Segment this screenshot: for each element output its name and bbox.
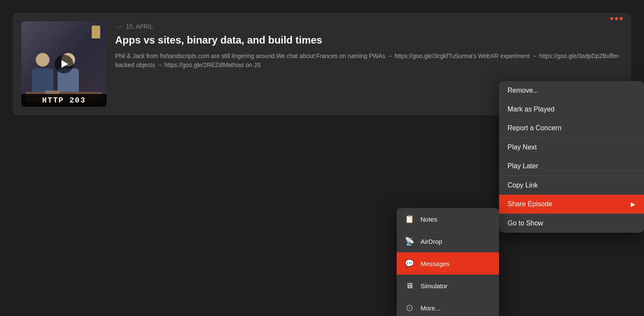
submenu-item-messages-label: Messages <box>421 260 450 267</box>
episode-title: Apps vs sites, binary data, and build ti… <box>115 33 623 47</box>
submenu-item-notes-label: Notes <box>421 216 437 223</box>
context-menu: Remove... Mark as Played Report a Concer… <box>499 81 644 233</box>
episode-info: ···· 15. APRIL Apps vs sites, binary dat… <box>115 21 623 70</box>
menu-item-report-concern-label: Report a Concern <box>508 124 561 132</box>
http-badge: HTTP 203 <box>21 94 107 107</box>
menu-section-2: Play Next Play Later <box>499 138 644 176</box>
menu-item-copy-link[interactable]: Copy Link <box>499 176 644 195</box>
menu-item-remove[interactable]: Remove... <box>499 81 644 100</box>
submenu-item-notes[interactable]: 📋 Notes <box>397 208 499 230</box>
menu-item-play-later-label: Play Later <box>508 162 538 170</box>
notes-icon: 📋 <box>403 213 415 225</box>
submenu-item-airdrop-label: AirDrop <box>421 238 442 245</box>
menu-item-report-concern[interactable]: Report a Concern <box>499 119 644 138</box>
messages-icon: 💬 <box>403 257 415 269</box>
more-icon: ⊙ <box>403 302 415 314</box>
date-text: 15. APRIL <box>126 23 153 30</box>
simulator-icon: 🖥 <box>403 280 415 292</box>
menu-section-3: Copy Link Share Episode ▶ <box>499 176 644 214</box>
dot1 <box>610 17 613 20</box>
play-button[interactable] <box>55 55 73 73</box>
submenu-item-messages[interactable]: 💬 Messages <box>397 252 499 275</box>
share-submenu: 📋 Notes 📡 AirDrop 💬 Messages 🖥 Simulator… <box>397 208 499 316</box>
submenu-item-airdrop[interactable]: 📡 AirDrop <box>397 230 499 252</box>
submenu-item-more-label: More... <box>421 304 441 312</box>
menu-item-go-to-show[interactable]: Go to Show <box>499 214 644 233</box>
menu-item-share-episode-label: Share Episode <box>508 200 552 208</box>
date-dots: ···· <box>115 23 124 30</box>
menu-item-mark-played[interactable]: Mark as Played <box>499 100 644 119</box>
menu-item-go-to-show-label: Go to Show <box>508 219 543 227</box>
more-button[interactable] <box>610 17 623 20</box>
submenu-item-simulator-label: Simulator <box>421 282 447 290</box>
episode-description: Phil & Jack from fishandscripts.com are … <box>115 52 623 70</box>
menu-section-1: Remove... Mark as Played Report a Concer… <box>499 81 644 138</box>
menu-item-play-later[interactable]: Play Later <box>499 157 644 176</box>
dot2 <box>615 17 618 20</box>
submenu-item-simulator[interactable]: 🖥 Simulator <box>397 275 499 297</box>
episode-thumbnail[interactable]: HTTP 203 <box>21 21 107 107</box>
menu-item-play-next[interactable]: Play Next <box>499 138 644 157</box>
menu-item-share-episode[interactable]: Share Episode ▶ <box>499 195 644 214</box>
submenu-item-more[interactable]: ⊙ More... <box>397 297 499 316</box>
airdrop-icon: 📡 <box>403 235 415 247</box>
submenu-arrow-icon: ▶ <box>631 201 635 208</box>
menu-item-remove-label: Remove... <box>508 87 539 94</box>
menu-item-mark-played-label: Mark as Played <box>508 105 554 113</box>
episode-date: ···· 15. APRIL <box>115 23 623 30</box>
dot3 <box>620 17 623 20</box>
menu-item-copy-link-label: Copy Link <box>508 181 538 189</box>
menu-section-4: Go to Show <box>499 214 644 233</box>
menu-item-play-next-label: Play Next <box>508 143 537 151</box>
